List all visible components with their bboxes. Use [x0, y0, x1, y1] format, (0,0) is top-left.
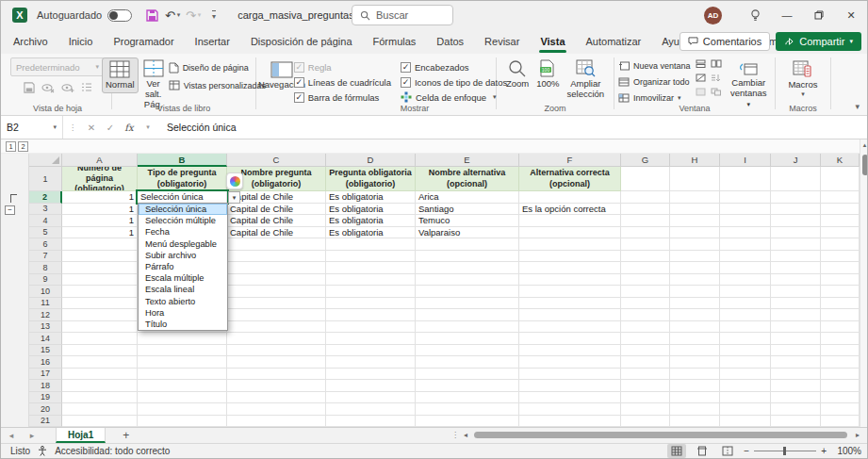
cell-I9[interactable] — [720, 274, 771, 287]
cell-K11[interactable] — [821, 298, 860, 310]
cell-C5[interactable]: Capital de Chile — [227, 227, 326, 239]
scroll-up-icon[interactable]: ▲ — [860, 139, 868, 151]
cell-E17[interactable] — [416, 369, 519, 381]
cell-K12[interactable] — [821, 309, 860, 321]
row-header-4[interactable]: 4 — [29, 215, 62, 227]
vertical-scrollbar[interactable]: ▲ — [860, 139, 868, 427]
whats-new-button[interactable] — [739, 1, 771, 29]
row-header-11[interactable]: 11 — [29, 298, 62, 310]
column-header-C[interactable]: C — [227, 154, 326, 167]
cell-I11[interactable] — [720, 298, 771, 310]
cell-B14[interactable] — [138, 333, 227, 345]
cell-F12[interactable] — [519, 309, 621, 321]
cell-E8[interactable] — [416, 262, 519, 274]
cell-I14[interactable] — [720, 333, 771, 345]
cell-B1[interactable]: Tipo de pregunta (obligatorio) — [138, 167, 227, 191]
cell-E14[interactable] — [416, 333, 519, 345]
cell-J19[interactable] — [771, 392, 821, 404]
cell-H2[interactable] — [670, 191, 720, 204]
undo-button[interactable]: ↶▾ — [162, 5, 183, 25]
cell-B20[interactable] — [138, 403, 227, 416]
checkbox-encabezados[interactable]: ✓Encabezados — [401, 59, 507, 74]
avatar[interactable]: AD — [704, 7, 722, 25]
cell-I20[interactable] — [720, 403, 771, 416]
cell-E13[interactable] — [416, 321, 519, 334]
zoom-slider[interactable]: − + — [744, 446, 827, 456]
cell-E12[interactable] — [416, 309, 519, 321]
cell-C17[interactable] — [227, 369, 326, 381]
cell-G14[interactable] — [621, 333, 670, 345]
cell-J2[interactable] — [771, 191, 821, 204]
close-button[interactable]: ✕ — [835, 1, 867, 29]
cell-K16[interactable] — [821, 356, 860, 369]
cell-E16[interactable] — [416, 356, 519, 369]
focus-cell-button[interactable]: Celda de enfoque ▾ — [401, 90, 507, 105]
freeze-panes-button[interactable]: Inmovilizar ▾ — [618, 90, 681, 105]
page-break-status-button[interactable] — [718, 444, 737, 458]
cell-D12[interactable] — [326, 309, 416, 321]
row-header-14[interactable]: 14 — [29, 333, 62, 345]
cell-C16[interactable] — [227, 356, 326, 369]
cell-A2[interactable]: 1 — [62, 191, 138, 204]
cell-G17[interactable] — [621, 369, 670, 381]
comments-button[interactable]: Comentarios — [680, 32, 770, 51]
column-header-E[interactable]: E — [416, 154, 519, 167]
cell-J13[interactable] — [771, 321, 821, 334]
cell-K8[interactable] — [821, 262, 860, 274]
cell-F6[interactable] — [519, 238, 621, 251]
cell-J15[interactable] — [771, 345, 821, 357]
cell-E1[interactable]: Nombre alternativa (opcional) — [416, 167, 519, 191]
column-header-J[interactable]: J — [771, 154, 821, 167]
cell-H8[interactable] — [670, 262, 720, 274]
cell-K14[interactable] — [821, 333, 860, 345]
cell-K15[interactable] — [821, 345, 860, 357]
cell-G8[interactable] — [621, 262, 670, 274]
cell-H15[interactable] — [670, 345, 720, 357]
cell-H21[interactable] — [670, 416, 720, 428]
cell-C15[interactable] — [227, 345, 326, 357]
cell-D13[interactable] — [326, 321, 416, 334]
column-header-A[interactable]: A — [62, 154, 138, 167]
cell-D14[interactable] — [326, 333, 416, 345]
data-validation-dropdown-button[interactable]: ▾ — [228, 191, 240, 204]
dropdown-item-parrafo[interactable]: Párrafo — [139, 261, 227, 272]
cell-D2[interactable]: Es obligatoria — [326, 191, 416, 204]
cell-B18[interactable] — [138, 380, 227, 392]
cell-A17[interactable] — [62, 369, 138, 381]
outline-level-1-button[interactable]: 1 — [6, 141, 16, 152]
cell-K17[interactable] — [821, 369, 860, 381]
cell-G21[interactable] — [621, 416, 670, 428]
cell-G16[interactable] — [621, 356, 670, 369]
normal-view-button[interactable]: Normal — [102, 57, 139, 93]
zoom-slider-track[interactable] — [754, 451, 816, 451]
cell-A14[interactable] — [62, 333, 138, 345]
cell-J17[interactable] — [771, 369, 821, 381]
cell-A10[interactable] — [62, 286, 138, 298]
row-header-17[interactable]: 17 — [29, 369, 62, 381]
share-button[interactable]: Compartir ▾ — [776, 32, 861, 51]
search-input[interactable]: Buscar — [352, 5, 453, 25]
tab-vista[interactable]: Vista — [530, 31, 575, 52]
collapse-ribbon-button[interactable]: ▾ — [855, 102, 860, 111]
new-window-button[interactable]: Nueva ventana — [618, 58, 691, 73]
outline-collapse-button[interactable]: − — [5, 205, 15, 215]
cell-J21[interactable] — [771, 416, 821, 428]
cell-F18[interactable] — [519, 380, 621, 392]
cell-A1[interactable]: Número de página (obligatorio) — [62, 167, 138, 191]
horizontal-scroll-thumb[interactable] — [474, 432, 847, 438]
row-header-20[interactable]: 20 — [29, 403, 62, 416]
column-header-F[interactable]: F — [519, 154, 621, 167]
cell-H10[interactable] — [670, 286, 720, 298]
cell-D6[interactable] — [326, 238, 416, 251]
cell-G20[interactable] — [621, 403, 670, 416]
tab-inicio[interactable]: Inicio — [58, 31, 104, 52]
dropdown-item-escala-multiple[interactable]: Escala múltiple — [139, 272, 227, 284]
dropdown-item-titulo[interactable]: Título — [139, 319, 227, 330]
view-side-by-side-icon[interactable] — [711, 58, 722, 70]
row-header-9[interactable]: 9 — [29, 274, 62, 287]
cell-H19[interactable] — [670, 392, 720, 404]
cell-J7[interactable] — [771, 251, 821, 263]
cell-H12[interactable] — [670, 309, 720, 321]
cell-J20[interactable] — [771, 403, 821, 416]
cell-H3[interactable] — [670, 204, 720, 216]
